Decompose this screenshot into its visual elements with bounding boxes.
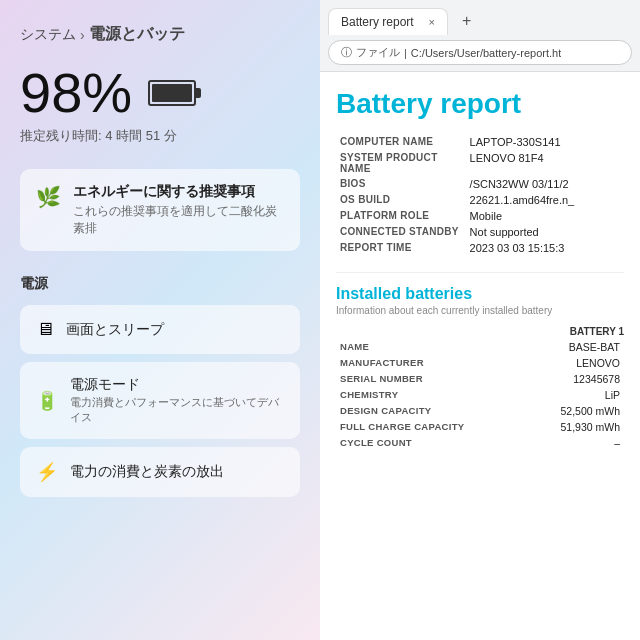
breadcrumb-system: システム [20, 26, 76, 44]
info-label: CONNECTED STANDBY [336, 224, 466, 240]
battery-detail-row: MANUFACTURER LENOVO [336, 355, 624, 371]
battery-label: CHEMISTRY [336, 387, 494, 403]
carbon-icon: ⚡ [36, 461, 58, 483]
recommendation-desc: これらの推奨事項を適用して二酸化炭素排 [73, 203, 284, 237]
system-info-row: CONNECTED STANDBY Not supported [336, 224, 624, 240]
carbon-title: 電力の消費と炭素の放出 [70, 463, 224, 481]
power-mode-title: 電源モード [70, 376, 284, 394]
info-value: /SCN32WW 03/11/2 [466, 176, 624, 192]
info-label: PLATFORM ROLE [336, 208, 466, 224]
address-separator: | [404, 47, 407, 59]
display-item-title: 画面とスリープ [66, 321, 164, 339]
breadcrumb-arrow: › [80, 27, 85, 43]
info-label: COMPUTER NAME [336, 134, 466, 150]
info-value: 22621.1.amd64fre.n_ [466, 192, 624, 208]
recommendation-text: エネルギーに関する推奨事項 これらの推奨事項を適用して二酸化炭素排 [73, 183, 284, 237]
address-bar: ⓘ ファイル | C:/Users/User/battery-report.ht [320, 36, 640, 71]
report-title: Battery report [336, 88, 624, 120]
power-section-label: 電源 [20, 275, 300, 293]
battery-detail-row: CYCLE COUNT – [336, 435, 624, 451]
info-label: OS BUILD [336, 192, 466, 208]
battery-value: LENOVO [494, 355, 624, 371]
battery-value: LiP [494, 387, 624, 403]
system-info-row: PLATFORM ROLE Mobile [336, 208, 624, 224]
battery-value: 12345678 [494, 371, 624, 387]
battery-label: SERIAL NUMBER [336, 371, 494, 387]
battery-value: 51,930 mWh [494, 419, 624, 435]
settings-item-display[interactable]: 🖥 画面とスリープ [20, 305, 300, 354]
settings-item-carbon[interactable]: ⚡ 電力の消費と炭素の放出 [20, 447, 300, 497]
installed-batteries-heading: Installed batteries [336, 285, 624, 303]
info-label: REPORT TIME [336, 240, 466, 256]
battery-value: BASE-BAT [494, 339, 624, 355]
info-label: SYSTEM PRODUCT NAME [336, 150, 466, 176]
report-content: Battery report COMPUTER NAME LAPTOP-330S… [320, 72, 640, 640]
battery-value: 52,500 mWh [494, 403, 624, 419]
battery-label: DESIGN CAPACITY [336, 403, 494, 419]
tab-label: Battery report [341, 15, 414, 29]
address-info-icon: ⓘ [341, 45, 352, 60]
battery-time: 推定残り時間: 4 時間 51 分 [20, 127, 300, 145]
info-value: Not supported [466, 224, 624, 240]
new-tab-button[interactable]: + [452, 6, 481, 36]
battery-label: FULL CHARGE CAPACITY [336, 419, 494, 435]
info-value: 2023 03 03 15:15:3 [466, 240, 624, 256]
battery-detail-row: SERIAL NUMBER 12345678 [336, 371, 624, 387]
power-mode-icon: 🔋 [36, 390, 58, 412]
installed-batteries-sub: Information about each currently install… [336, 305, 624, 316]
battery-col-label: BATTERY 1 [534, 326, 624, 337]
power-mode-content: 電源モード 電力消費とパフォーマンスに基づいてデバイス [70, 376, 284, 425]
info-value: Mobile [466, 208, 624, 224]
browser-panel: Battery report × + ⓘ ファイル | C:/Users/Use… [320, 0, 640, 640]
recommendation-card[interactable]: 🌿 エネルギーに関する推奨事項 これらの推奨事項を適用して二酸化炭素排 [20, 169, 300, 251]
battery-label: CYCLE COUNT [336, 435, 494, 451]
system-info-row: REPORT TIME 2023 03 03 15:15:3 [336, 240, 624, 256]
battery-label: MANUFACTURER [336, 355, 494, 371]
battery-details-table: NAME BASE-BAT MANUFACTURER LENOVO SERIAL… [336, 339, 624, 451]
active-tab[interactable]: Battery report × [328, 8, 448, 35]
eco-icon: 🌿 [36, 185, 61, 209]
system-info-row: OS BUILD 22621.1.amd64fre.n_ [336, 192, 624, 208]
system-info-row: BIOS /SCN32WW 03/11/2 [336, 176, 624, 192]
info-value: LENOVO 81F4 [466, 150, 624, 176]
address-file-label: ファイル [356, 45, 400, 60]
breadcrumb: システム › 電源とバッテ [20, 24, 300, 45]
divider [336, 272, 624, 273]
battery-detail-row: NAME BASE-BAT [336, 339, 624, 355]
display-item-content: 画面とスリープ [66, 321, 164, 339]
battery-detail-row: FULL CHARGE CAPACITY 51,930 mWh [336, 419, 624, 435]
info-value: LAPTOP-330S141 [466, 134, 624, 150]
breadcrumb-current: 電源とバッテ [89, 24, 185, 45]
settings-item-power-mode[interactable]: 🔋 電源モード 電力消費とパフォーマンスに基づいてデバイス [20, 362, 300, 439]
carbon-content: 電力の消費と炭素の放出 [70, 463, 224, 481]
tab-bar: Battery report × + [320, 0, 640, 36]
battery-value: – [494, 435, 624, 451]
battery-percentage: 98% [20, 65, 300, 121]
system-info-row: COMPUTER NAME LAPTOP-330S141 [336, 134, 624, 150]
system-info-table: COMPUTER NAME LAPTOP-330S141 SYSTEM PROD… [336, 134, 624, 256]
system-info-row: SYSTEM PRODUCT NAME LENOVO 81F4 [336, 150, 624, 176]
battery-detail-row: DESIGN CAPACITY 52,500 mWh [336, 403, 624, 419]
display-icon: 🖥 [36, 319, 54, 340]
battery-label: NAME [336, 339, 494, 355]
power-mode-desc: 電力消費とパフォーマンスに基づいてデバイス [70, 395, 284, 425]
address-url: C:/Users/User/battery-report.ht [411, 47, 561, 59]
info-label: BIOS [336, 176, 466, 192]
battery-percent-value: 98% [20, 65, 132, 121]
browser-chrome: Battery report × + ⓘ ファイル | C:/Users/Use… [320, 0, 640, 72]
address-input[interactable]: ⓘ ファイル | C:/Users/User/battery-report.ht [328, 40, 632, 65]
recommendation-title: エネルギーに関する推奨事項 [73, 183, 284, 201]
tab-close-button[interactable]: × [429, 16, 435, 28]
battery-header-row: BATTERY 1 [336, 326, 624, 337]
battery-detail-row: CHEMISTRY LiP [336, 387, 624, 403]
battery-icon [148, 80, 196, 106]
settings-panel: システム › 電源とバッテ 98% 推定残り時間: 4 時間 51 分 🌿 エネ… [0, 0, 320, 640]
